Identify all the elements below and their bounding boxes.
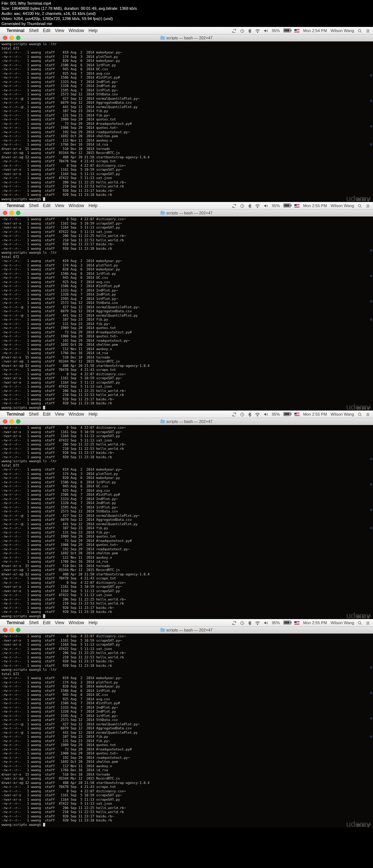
menu-shell[interactable]: Shell (29, 620, 39, 625)
folder-icon (161, 36, 165, 40)
menu-edit[interactable]: Edit (43, 203, 51, 208)
minimize-window-button[interactable] (9, 211, 14, 215)
menubar-user[interactable]: Wilson Wang (331, 621, 354, 625)
app-name[interactable]: Terminal (7, 620, 24, 625)
meta-generated: Generated by Thumbnail me (1, 21, 372, 26)
notification-center-icon[interactable] (366, 203, 370, 208)
zoom-window-button[interactable] (16, 419, 20, 424)
battery-icon[interactable] (283, 621, 291, 625)
menu-shell[interactable]: Shell (29, 412, 39, 417)
menubar-clock[interactable]: Mon 2:55 PM (303, 203, 327, 208)
menu-view[interactable]: View (55, 620, 64, 625)
close-window-button[interactable] (3, 419, 7, 424)
thumbnail-frame: Terminal Shell Edit View Window Help 95%… (0, 202, 373, 411)
window-titlebar[interactable]: scripts — bash — 202×47 (0, 35, 373, 41)
notification-center-icon[interactable] (366, 28, 370, 33)
menu-window[interactable]: Window (68, 412, 84, 417)
terminal-output[interactable]: -rw-r--r-- 1 wwang staff 0 Sep 4 22:07 d… (0, 425, 373, 619)
terminal-output[interactable]: -rw-r--r-- 1 wwang staff 0 Sep 4 22:07 d… (0, 634, 373, 828)
mac-menubar: Terminal Shell Edit View Window Help 95%… (0, 202, 373, 210)
menu-help[interactable]: Help (89, 203, 98, 208)
bluetooth-icon[interactable] (248, 28, 251, 33)
window-titlebar[interactable]: scripts — bash — 202×47 (0, 627, 373, 634)
timemachine-icon[interactable] (240, 412, 244, 416)
notification-center-icon[interactable] (366, 620, 370, 625)
battery-icon[interactable] (283, 28, 291, 33)
wifi-icon[interactable] (255, 203, 260, 208)
menubar-clock[interactable]: Mon 2:55 PM (303, 412, 327, 416)
timemachine-icon[interactable] (240, 620, 244, 625)
spotlight-icon[interactable] (358, 203, 362, 208)
window-titlebar[interactable]: scripts — bash — 202×47 (0, 418, 373, 425)
zoom-window-button[interactable] (16, 211, 20, 215)
menubar-user[interactable]: Wilson Wang (331, 203, 354, 208)
spotlight-icon[interactable] (358, 28, 362, 33)
minimize-window-button[interactable] (9, 36, 14, 40)
menu-help[interactable]: Help (89, 28, 98, 33)
spotlight-icon[interactable] (358, 620, 362, 625)
speaker-icon[interactable] (264, 203, 268, 208)
menu-view[interactable]: View (55, 203, 64, 208)
minimize-window-button[interactable] (9, 628, 14, 632)
menu-window[interactable]: Window (68, 203, 84, 208)
menu-window[interactable]: Window (68, 620, 84, 625)
input-source-flag[interactable] (294, 412, 299, 416)
window-titlebar[interactable]: scripts — bash — 202×47 (0, 210, 373, 217)
close-window-button[interactable] (3, 36, 7, 40)
timemachine-icon[interactable] (240, 28, 244, 33)
app-name[interactable]: Terminal (7, 28, 24, 33)
speaker-icon[interactable] (264, 28, 268, 33)
zoom-window-button[interactable] (16, 628, 20, 632)
terminal-prompt[interactable]: wwang:scripts wwang$ (1, 614, 372, 619)
speaker-icon[interactable] (264, 412, 268, 417)
terminal-output[interactable]: -rw-r--r-- 1 wwang staff 0 Sep 4 22:07 d… (0, 217, 373, 411)
close-window-button[interactable] (3, 211, 7, 215)
minimize-window-button[interactable] (9, 419, 14, 424)
battery-icon[interactable] (283, 412, 291, 416)
sync-icon[interactable] (232, 412, 236, 416)
menu-shell[interactable]: Shell (29, 28, 39, 33)
wifi-icon[interactable] (255, 621, 260, 625)
thumbnail-frame: Terminal Shell Edit View Window Help 95%… (0, 619, 373, 828)
meta-video: Video: h264, yuv420p, 1280x720, 1296 kb/… (1, 16, 372, 21)
battery-icon[interactable] (283, 203, 291, 208)
sync-icon[interactable] (232, 203, 236, 208)
close-window-button[interactable] (3, 628, 7, 632)
speaker-icon[interactable] (264, 621, 268, 625)
bluetooth-icon[interactable] (248, 412, 251, 416)
bluetooth-icon[interactable] (248, 203, 251, 208)
sync-icon[interactable] (232, 620, 236, 625)
terminal-prompt[interactable]: wwang:scripts wwang$ (1, 406, 372, 410)
menu-window[interactable]: Window (68, 28, 84, 33)
input-source-flag[interactable] (294, 28, 299, 33)
menu-view[interactable]: View (55, 28, 64, 33)
svg-point-8 (358, 413, 361, 415)
menubar-user[interactable]: Wilson Wang (331, 412, 354, 416)
notification-center-icon[interactable] (366, 412, 370, 416)
app-name[interactable]: Terminal (7, 412, 24, 417)
terminal-prompt[interactable]: wwang:scripts wwang$ (1, 197, 372, 202)
input-source-flag[interactable] (294, 203, 299, 208)
menu-shell[interactable]: Shell (29, 203, 39, 208)
zoom-window-button[interactable] (16, 36, 20, 40)
menu-edit[interactable]: Edit (43, 620, 51, 625)
menu-help[interactable]: Help (89, 620, 98, 625)
bluetooth-icon[interactable] (248, 620, 251, 625)
menubar-clock[interactable]: Mon 2:55 PM (303, 621, 327, 625)
app-name[interactable]: Terminal (7, 203, 24, 208)
menu-edit[interactable]: Edit (43, 412, 51, 417)
menu-view[interactable]: View (55, 412, 64, 417)
menu-edit[interactable]: Edit (43, 28, 51, 33)
menubar-user[interactable]: Wilson Wang (331, 28, 354, 33)
wifi-icon[interactable] (255, 412, 260, 417)
svg-point-2 (358, 29, 361, 32)
terminal-output[interactable]: wwang:scripts wwang$ ls -ltr total 672 -… (0, 41, 373, 202)
wifi-icon[interactable] (255, 28, 260, 33)
spotlight-icon[interactable] (358, 412, 362, 416)
menubar-clock[interactable]: Mon 2:54 PM (303, 28, 327, 33)
input-source-flag[interactable] (294, 621, 299, 625)
menu-help[interactable]: Help (89, 412, 98, 417)
sync-icon[interactable] (232, 28, 236, 33)
timemachine-icon[interactable] (240, 203, 244, 208)
terminal-prompt[interactable]: wwang:scripts wwang$ (1, 823, 372, 827)
